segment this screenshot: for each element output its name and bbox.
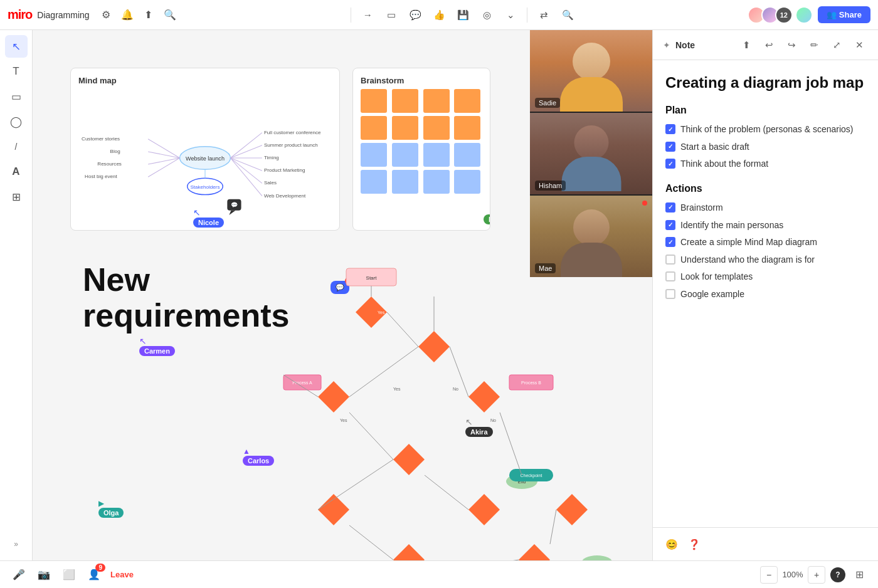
- miro-logo: miro: [8, 8, 32, 22]
- zoom-minus[interactable]: −: [760, 566, 778, 584]
- undo-icon[interactable]: ↩: [760, 36, 778, 54]
- svg-line-66: [318, 459, 393, 510]
- reactions-tool[interactable]: 👍: [429, 5, 449, 25]
- more-tools-button[interactable]: »: [5, 533, 28, 555]
- expand-icon[interactable]: ⤢: [828, 36, 845, 54]
- svg-text:Yes: Yes: [393, 387, 401, 391]
- sticky-note-tool[interactable]: ▭: [5, 85, 28, 108]
- svg-marker-33: [418, 331, 450, 362]
- cursor-tool[interactable]: ⇄: [534, 5, 554, 25]
- avatar-group: 12: [748, 6, 813, 24]
- svg-text:Timing: Timing: [264, 155, 279, 160]
- font-tool[interactable]: A: [5, 160, 28, 183]
- action-checkbox-3[interactable]: [665, 237, 675, 247]
- zoom-plus[interactable]: +: [808, 566, 825, 584]
- plan-text-3: Think about the format: [680, 158, 768, 171]
- svg-marker-35: [468, 381, 500, 412]
- mindmap-card[interactable]: Mind map Website launch Full customer co…: [70, 68, 340, 231]
- redo-icon[interactable]: ↪: [783, 36, 800, 54]
- pen-edit-icon[interactable]: ✏: [805, 36, 823, 54]
- export-icon[interactable]: ⬆: [738, 36, 755, 54]
- carmen-label: Carmen: [139, 346, 175, 356]
- canvas-area[interactable]: Mind map Website launch Full customer co…: [33, 30, 652, 560]
- video-mae-name: Mae: [535, 263, 556, 273]
- carlos-cursor-area: ▲ Carlos: [243, 447, 250, 456]
- action-item-1: Brainstorm: [665, 202, 865, 214]
- svg-text:💬: 💬: [231, 201, 238, 209]
- select-tool[interactable]: ↖: [5, 35, 28, 58]
- board-title[interactable]: Diagramming: [37, 10, 89, 20]
- pen-tool[interactable]: /: [5, 135, 28, 158]
- olga-label: Olga: [98, 508, 124, 518]
- svg-line-2: [230, 133, 262, 158]
- action-checkbox-6[interactable]: [665, 289, 675, 299]
- plan-item-3: Think about the format: [665, 158, 865, 171]
- flowchart-svg: Start Yes: [221, 256, 622, 560]
- help-footer-icon[interactable]: ❓: [685, 535, 703, 553]
- sticky-6: [392, 116, 418, 140]
- action-item-6: Google example: [665, 288, 865, 301]
- help-button[interactable]: ?: [830, 567, 845, 582]
- frames-tool[interactable]: ▭: [381, 5, 401, 25]
- action-checkbox-5[interactable]: [665, 271, 675, 281]
- action-text-6: Google example: [680, 288, 744, 301]
- plan-items-list: Think of the problem (personas & scenari…: [665, 123, 865, 171]
- plan-checkbox-3[interactable]: [665, 159, 675, 169]
- shapes-tool[interactable]: ◯: [5, 110, 28, 133]
- settings-icon[interactable]: ⚙: [97, 6, 115, 24]
- bottom-bar: 🎤 📷 ⬜ 👤 9 Leave − 100% + ? ⊞: [0, 560, 878, 588]
- top-bar-right: 12 👥 Share: [748, 6, 870, 24]
- svg-line-6: [230, 158, 262, 183]
- action-text-3: Create a simple Mind Map diagram: [680, 236, 817, 249]
- leave-button[interactable]: Leave: [110, 570, 134, 579]
- sticky-1: [361, 89, 387, 113]
- brainstorm-card[interactable]: Brainstorm: [352, 68, 490, 231]
- svg-line-5: [230, 158, 262, 171]
- share-screen-icon[interactable]: ⬜: [60, 566, 78, 584]
- search-icon[interactable]: 🔍: [161, 6, 179, 24]
- action-checkbox-2[interactable]: [665, 220, 675, 230]
- microphone-icon[interactable]: 🎤: [10, 566, 28, 584]
- close-panel-icon[interactable]: ✕: [850, 36, 868, 54]
- minimap-icon[interactable]: ⊞: [850, 566, 868, 584]
- comments-tool[interactable]: 💬: [405, 5, 425, 25]
- text-tool[interactable]: T: [5, 60, 28, 83]
- kenji-label: Kenji: [484, 214, 490, 224]
- timer-tool[interactable]: ◎: [477, 5, 497, 25]
- svg-text:Resources: Resources: [97, 161, 122, 167]
- action-items-list: Brainstorm Identify the main personas Cr…: [665, 202, 865, 301]
- svg-marker-34: [318, 381, 349, 412]
- share-upload-icon[interactable]: ⬆: [140, 6, 157, 24]
- left-sidebar: ↖ T ▭ ◯ / A ⊞ »: [0, 30, 33, 560]
- plan-checkbox-1[interactable]: [665, 124, 675, 134]
- sticky-10: [392, 143, 418, 167]
- emoji-icon[interactable]: 😊: [663, 535, 680, 553]
- svg-marker-37: [318, 494, 349, 525]
- share-button[interactable]: 👥 Share: [818, 6, 870, 23]
- action-checkbox-4[interactable]: [665, 255, 675, 265]
- notifications-icon[interactable]: 🔔: [119, 6, 136, 24]
- svg-line-67: [425, 560, 519, 560]
- zoom-tool[interactable]: 🔍: [558, 5, 578, 25]
- forward-icon[interactable]: →: [357, 5, 378, 25]
- olga-cursor-area: ▶ Olga: [98, 499, 104, 508]
- action-checkbox-1[interactable]: [665, 202, 675, 213]
- plan-section-title: Plan: [665, 105, 865, 116]
- more-tools-chevron[interactable]: ⌄: [500, 5, 521, 25]
- top-bar-center: → ▭ 💬 👍 💾 ◎ ⌄ ⇄ 🔍: [184, 5, 743, 25]
- action-text-2: Identify the main personas: [680, 219, 783, 232]
- svg-text:Website launch: Website launch: [186, 155, 225, 162]
- save-tool[interactable]: 💾: [453, 5, 473, 25]
- frame-tool[interactable]: ⊞: [5, 186, 28, 208]
- leave-label: Leave: [110, 570, 134, 579]
- action-text-1: Brainstorm: [680, 202, 723, 214]
- svg-text:Yes: Yes: [378, 310, 385, 315]
- svg-text:No: No: [453, 387, 458, 391]
- camera-icon[interactable]: 📷: [35, 566, 53, 584]
- sticky-9: [361, 143, 387, 167]
- sticky-16: [454, 170, 480, 194]
- svg-marker-41: [519, 544, 550, 560]
- svg-text:Start: Start: [366, 275, 378, 281]
- plan-checkbox-2[interactable]: [665, 142, 675, 152]
- participants-icon-wrapper: 👤 9: [85, 566, 103, 584]
